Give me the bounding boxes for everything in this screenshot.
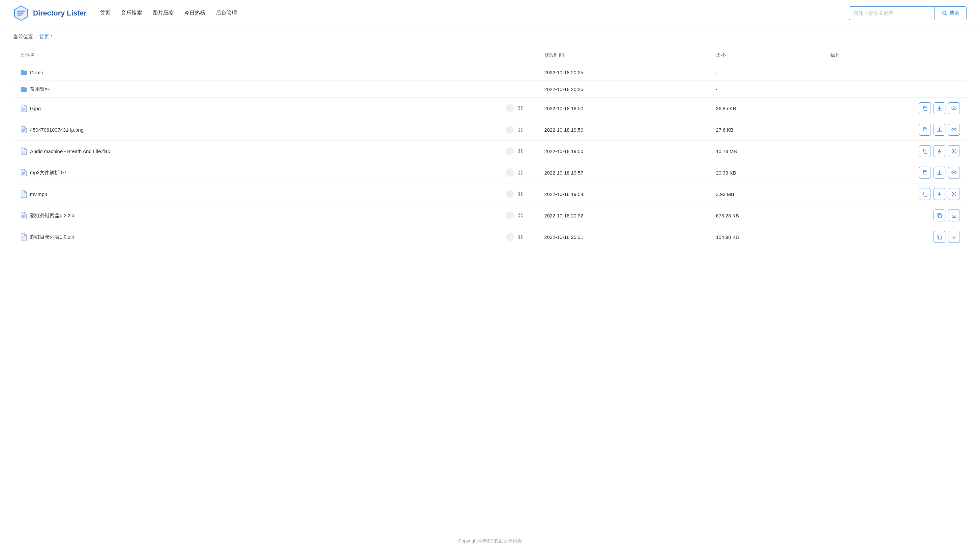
grid-button[interactable]: [517, 169, 525, 177]
logo-text: Directory Lister: [33, 9, 87, 18]
copy-icon: [922, 148, 928, 154]
grid-icon: [518, 149, 523, 153]
svg-rect-75: [519, 237, 520, 239]
grid-button[interactable]: [517, 126, 525, 134]
svg-rect-21: [521, 128, 522, 129]
file-modified: 2022-10-18 20:25: [538, 64, 710, 81]
info-button[interactable]: i: [506, 212, 514, 219]
file-modified: 2022-10-18 19:50: [538, 98, 710, 119]
grid-button[interactable]: [517, 212, 525, 219]
copy-button[interactable]: [934, 209, 945, 222]
copy-icon: [922, 191, 928, 197]
eye-icon: [951, 105, 956, 111]
nav-home[interactable]: 首页: [100, 8, 110, 18]
copy-button[interactable]: [919, 167, 931, 179]
svg-rect-10: [521, 106, 522, 108]
grid-button[interactable]: [517, 104, 525, 112]
info-button[interactable]: i: [506, 233, 514, 241]
svg-rect-68: [939, 214, 942, 218]
info-button[interactable]: i: [506, 169, 514, 177]
file-name: 彩虹外链网盘5.2.zip: [30, 212, 74, 219]
svg-marker-38: [953, 150, 955, 152]
svg-rect-11: [519, 108, 520, 110]
search-input[interactable]: [849, 6, 934, 20]
copyright-text: Copyright ©2022 彩虹目录列表: [458, 538, 522, 543]
download-icon: [951, 234, 956, 239]
svg-point-27: [953, 129, 955, 130]
preview-button[interactable]: [948, 102, 960, 114]
svg-rect-53: [519, 192, 520, 194]
file-actions: [824, 140, 967, 162]
copy-button[interactable]: [919, 145, 931, 157]
svg-rect-32: [521, 149, 522, 151]
svg-rect-66: [519, 216, 520, 217]
info-button[interactable]: i: [506, 104, 514, 112]
svg-rect-65: [521, 214, 522, 215]
grid-button[interactable]: [517, 147, 525, 155]
file-size: -: [710, 64, 824, 81]
table-row: 45047061007431-lp.pngi 2022-10-18 19:502…: [14, 119, 967, 140]
file-modified: 2022-10-18 20:31: [538, 227, 710, 248]
file-name-cell: Audio machine - Breath And Life.flac: [20, 147, 110, 155]
download-button[interactable]: [934, 102, 945, 114]
file-name[interactable]: 常用软件: [30, 86, 50, 93]
download-button[interactable]: [934, 145, 945, 157]
breadcrumb-separator: /: [51, 34, 52, 39]
folder-icon: [20, 69, 27, 76]
file-icon: [21, 126, 27, 133]
download-button[interactable]: [948, 231, 960, 243]
play-button[interactable]: [948, 145, 960, 157]
copy-button[interactable]: [919, 124, 931, 136]
svg-rect-44: [519, 173, 520, 174]
file-name[interactable]: Demo: [30, 70, 43, 75]
file-size: 27.6 KB: [710, 119, 824, 140]
nav: 首页 音乐搜索 图片压缩 今日热榜 后台管理: [100, 8, 849, 18]
download-button[interactable]: [934, 124, 945, 136]
grid-icon: [518, 170, 523, 175]
nav-hot-today[interactable]: 今日热榜: [184, 8, 205, 18]
grid-button[interactable]: [517, 233, 525, 241]
svg-rect-20: [519, 128, 520, 129]
info-button[interactable]: i: [506, 190, 514, 198]
info-button[interactable]: i: [506, 126, 514, 134]
svg-rect-74: [521, 235, 522, 236]
file-size: 10.74 MB: [710, 140, 824, 162]
folder-icon: [20, 85, 27, 93]
nav-admin[interactable]: 后台管理: [216, 8, 237, 18]
info-button[interactable]: i: [506, 147, 514, 155]
download-button[interactable]: [934, 167, 945, 179]
search-button[interactable]: 搜索: [934, 6, 967, 20]
nav-music-search[interactable]: 音乐搜索: [121, 8, 142, 18]
copy-icon: [922, 170, 928, 175]
col-header-size: 大小: [710, 47, 824, 64]
nav-image-compress[interactable]: 图片压缩: [153, 8, 174, 18]
download-button[interactable]: [948, 209, 960, 222]
grid-icon: [518, 235, 523, 239]
svg-rect-1: [17, 11, 25, 11]
breadcrumb-home[interactable]: 首页: [39, 34, 49, 39]
copy-button[interactable]: [919, 102, 931, 114]
preview-button[interactable]: [948, 167, 960, 179]
preview-button[interactable]: [948, 124, 960, 136]
svg-marker-60: [953, 193, 955, 195]
breadcrumb-label: 当前位置：: [13, 34, 38, 39]
copy-button[interactable]: [934, 231, 945, 243]
copy-icon: [922, 127, 928, 132]
svg-rect-31: [519, 149, 520, 151]
download-button[interactable]: [934, 188, 945, 200]
svg-rect-56: [521, 194, 522, 196]
logo[interactable]: Directory Lister: [13, 5, 87, 21]
file-name-cell: 常用软件: [20, 85, 50, 93]
file-name: 0.jpg: [30, 105, 41, 111]
play-button[interactable]: [948, 188, 960, 200]
file-size: 20.33 KB: [710, 162, 824, 183]
footer: Copyright ©2022 彩虹目录列表: [0, 530, 980, 552]
copy-button[interactable]: [919, 188, 931, 200]
svg-rect-33: [519, 152, 520, 153]
grid-button[interactable]: [517, 190, 525, 198]
svg-rect-55: [519, 194, 520, 196]
table-row: mp3文件解析.txti 2022-10-18 19:5720.33 KB: [14, 162, 967, 183]
copy-icon: [922, 105, 928, 111]
file-modified: 2022-10-18 20:32: [538, 205, 710, 227]
file-modified: 2022-10-18 19:50: [538, 119, 710, 140]
